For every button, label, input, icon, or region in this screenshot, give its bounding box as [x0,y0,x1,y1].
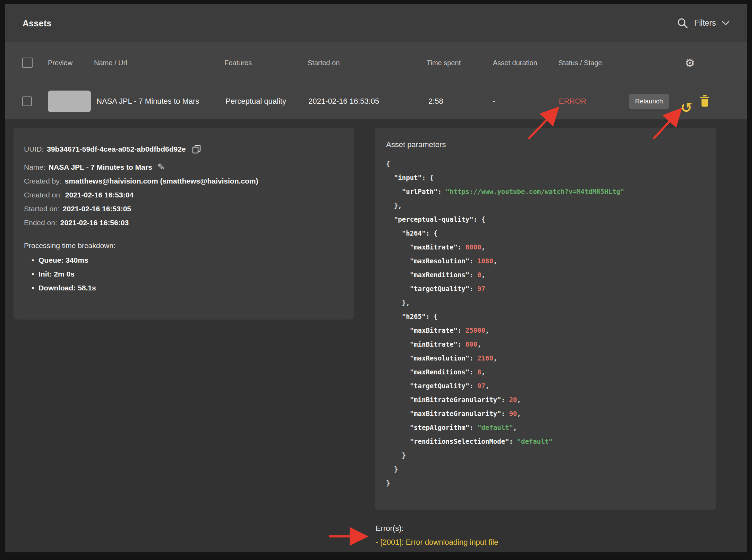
started-on-label: Started on: [24,205,60,213]
ended-on-label: Ended on: [24,219,57,227]
chevron-down-icon[interactable] [721,20,730,26]
ended-on-row: Ended on: 2021-02-16 16:56:03 [24,216,344,230]
relaunch-button[interactable]: Relaunch [629,94,669,109]
uuid-value: 39b34671-59df-4cea-a052-ab0dfbd6d92e [47,145,186,153]
errors-block: Error(s): - [2001]: Error downloading in… [376,521,498,549]
asset-features: Perceptual quality [225,97,286,106]
col-header-name-url: Name / Url [94,59,127,67]
trash-icon[interactable] [700,95,710,108]
name-value: NASA JPL - 7 Minutes to Mars [49,163,152,171]
created-by-value: smatthews@haivision.com (smatthews@haivi… [65,177,258,185]
created-by-row: Created by: smatthews@haivision.com (sma… [24,174,344,188]
asset-parameters-code: { "input": { "urlPath": "https://www.you… [386,157,705,490]
page-title: Assets [23,18,52,28]
asset-info-panel: UUID: 39b34671-59df-4cea-a052-ab0dfbd6d9… [14,128,354,320]
started-on-value: 2021-02-16 16:53:05 [63,205,131,213]
asset-time-spent: 2:58 [428,97,443,106]
name-label: Name: [24,163,45,171]
name-row: Name: NASA JPL - 7 Minutes to Mars ✎ [24,160,344,174]
processing-item-queue: Queue: 340ms [24,253,344,267]
status-badge: ERROR [559,97,586,106]
asset-duration: - [493,97,495,106]
assets-page: Assets Filters Preview Name / Url Featur… [5,4,747,552]
started-on-row: Started on: 2021-02-16 16:53:05 [24,202,344,216]
col-header-preview: Preview [48,59,72,67]
column-settings-gear-icon[interactable]: ⚙ [685,57,695,68]
filters-label[interactable]: Filters [694,18,716,28]
retry-icon[interactable]: ↺ [681,101,692,114]
created-on-value: 2021-02-16 16:53:04 [65,191,134,199]
table-header-row: Preview Name / Url Features Started on T… [5,42,747,83]
errors-title: Error(s): [376,521,498,535]
asset-parameters-panel: Asset parameters { "input": { "urlPath":… [375,128,716,510]
asset-name: NASA JPL - 7 Minutes to Mars [96,97,199,106]
col-header-status-stage: Status / Stage [558,59,602,67]
uuid-row: UUID: 39b34671-59df-4cea-a052-ab0dfbd6d9… [24,142,344,156]
col-header-time-spent: Time spent [427,59,461,67]
col-header-features: Features [224,59,252,67]
search-icon[interactable] [677,17,689,29]
filters-control[interactable]: Filters [677,17,730,29]
edit-name-pencil-icon[interactable]: ✎ [157,163,165,172]
created-on-row: Created on: 2021-02-16 16:53:04 [24,188,344,202]
row-checkbox[interactable] [22,96,32,106]
table-row[interactable]: NASA JPL - 7 Minutes to Mars Perceptual … [5,83,747,120]
asset-detail-area: UUID: 39b34671-59df-4cea-a052-ab0dfbd6d9… [5,120,747,552]
created-on-label: Created on: [24,191,62,199]
created-by-label: Created by: [24,177,62,185]
select-all-checkbox[interactable] [22,58,33,68]
error-message: - [2001]: Error downloading input file [376,535,498,549]
processing-time-title: Processing time breakdown: [24,241,344,250]
ended-on-value: 2021-02-16 16:56:03 [60,219,129,227]
processing-time-list: Queue: 340ms Init: 2m 0s Download: 58.1s [24,253,344,295]
col-header-started-on: Started on [308,59,340,67]
uuid-label: UUID: [24,145,44,153]
col-header-asset-duration: Asset duration [493,59,537,67]
asset-preview-thumbnail[interactable] [48,91,91,112]
asset-parameters-title: Asset parameters [386,140,705,149]
asset-started-on: 2021-02-16 16:53:05 [308,97,379,106]
processing-item-init: Init: 2m 0s [24,267,344,281]
header-bar: Assets Filters [5,4,747,42]
copy-icon[interactable] [192,144,202,154]
processing-item-download: Download: 58.1s [24,281,344,295]
